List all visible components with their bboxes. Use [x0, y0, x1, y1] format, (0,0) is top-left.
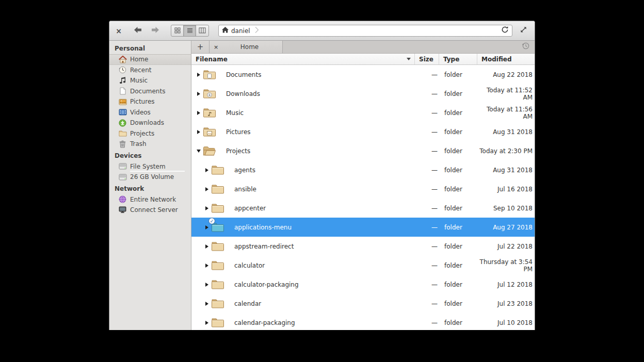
pathbar[interactable]: daniel	[218, 25, 512, 37]
tab-home[interactable]: × Home	[210, 41, 283, 53]
sidebar-item-home[interactable]: Home	[109, 54, 191, 65]
expander-icon[interactable]	[204, 264, 210, 268]
folder-icon	[203, 69, 216, 80]
table-row[interactable]: Downloads — folder Today at 11:52 AM	[191, 84, 535, 103]
expander-icon[interactable]	[204, 168, 210, 172]
table-row[interactable]: Projects — folder Today at 2:30 PM	[191, 141, 535, 160]
sidebar-item-videos[interactable]: Videos	[109, 107, 191, 118]
cell-filename: calendar-packaging	[191, 317, 415, 328]
expander-icon[interactable]	[204, 302, 210, 306]
cell-filename: Downloads	[191, 88, 415, 99]
new-tab-button[interactable]: +	[191, 41, 210, 53]
tab-label: Home	[221, 43, 278, 51]
expander-icon[interactable]	[204, 206, 210, 210]
list-header: Filename Size Type Modified	[191, 54, 535, 65]
expander-icon[interactable]	[204, 187, 210, 191]
column-header-filename[interactable]: Filename	[191, 54, 415, 64]
sidebar-item-downloads[interactable]: Downloads	[109, 118, 191, 128]
table-row[interactable]: calculator-packaging — folder Jul 12 201…	[191, 275, 535, 294]
recent-icon	[118, 66, 127, 74]
drive-icon	[118, 162, 127, 171]
cell-modified: Jul 23 2018	[477, 300, 535, 307]
cell-type: folder	[439, 243, 477, 250]
cell-size: —	[415, 243, 439, 250]
table-row[interactable]: calendar — folder Jul 23 2018	[191, 294, 535, 313]
fullscreen-button[interactable]	[517, 25, 530, 37]
sidebar-item-music[interactable]: Music	[109, 75, 191, 86]
expander-icon[interactable]	[204, 321, 210, 325]
sidebar-item-pictures[interactable]: Pictures	[109, 96, 191, 107]
history-icon[interactable]	[522, 42, 530, 52]
table-row[interactable]: calendar-packaging — folder Jul 10 2018	[191, 313, 535, 330]
folder-icon: ✓	[211, 222, 224, 233]
cell-type: folder	[439, 224, 477, 231]
view-switcher	[171, 25, 209, 37]
sidebar-item-file-system[interactable]: File System	[109, 161, 191, 172]
table-row[interactable]: Documents — folder Aug 22 2018	[191, 65, 535, 84]
cell-size: —	[415, 186, 439, 193]
column-header-size[interactable]: Size	[415, 54, 439, 64]
check-badge-icon: ✓	[208, 218, 215, 224]
tab-bar-filler	[283, 41, 535, 53]
column-label: Size	[419, 56, 433, 63]
sidebar-item-label: Connect Server	[130, 206, 178, 213]
table-row[interactable]: appcenter — folder Sep 10 2018	[191, 199, 535, 218]
file-name: Projects	[226, 147, 250, 155]
list-view-button[interactable]	[184, 25, 196, 36]
home-icon	[118, 55, 127, 63]
cell-modified: Aug 27 2018	[477, 224, 535, 231]
table-row[interactable]: Pictures — folder Aug 31 2018	[191, 122, 535, 141]
back-button[interactable]	[132, 25, 144, 37]
sidebar-section: Devices File System 26 GB Volume	[109, 150, 191, 183]
expander-icon[interactable]	[204, 225, 210, 229]
cell-size: —	[415, 147, 439, 155]
sidebar-item-projects[interactable]: Projects	[109, 128, 191, 139]
window-close-button[interactable]: ×	[114, 27, 123, 35]
expander-icon[interactable]	[196, 111, 202, 115]
column-header-type[interactable]: Type	[439, 54, 477, 64]
cell-filename: appstream-redirect	[191, 241, 415, 252]
sidebar-item-entire-network[interactable]: Entire Network	[109, 194, 191, 205]
files-window: ×	[109, 21, 535, 330]
table-row[interactable]: ✓ applications-menu — folder Aug 27 2018	[191, 218, 535, 237]
tab-close-icon[interactable]: ×	[214, 44, 221, 51]
expander-icon[interactable]	[204, 244, 210, 249]
table-row[interactable]: Music — folder Today at 11:56 AM	[191, 103, 535, 122]
sidebar-item-label: Trash	[130, 140, 147, 147]
folder-icon	[211, 298, 224, 309]
breadcrumb[interactable]: daniel	[222, 26, 259, 35]
file-name: agents	[234, 167, 255, 174]
sidebar-item-26-gb-volume[interactable]: 26 GB Volume	[109, 172, 191, 183]
cell-modified: Aug 31 2018	[477, 167, 535, 174]
column-header-modified[interactable]: Modified	[477, 54, 535, 64]
sidebar-section-items: Entire Network Connect Server	[109, 194, 191, 216]
table-row[interactable]: ansible — folder Jul 16 2018	[191, 179, 535, 199]
expander-icon[interactable]	[196, 73, 202, 77]
sidebar-item-recent[interactable]: Recent	[109, 65, 191, 76]
sidebar-item-connect-server[interactable]: Connect Server	[109, 205, 191, 216]
expander-icon[interactable]	[196, 130, 202, 134]
table-row[interactable]: appstream-redirect — folder Jul 22 2018	[191, 237, 535, 256]
expander-icon[interactable]	[196, 150, 202, 153]
trash-icon	[118, 140, 127, 148]
tab-bar: + × Home	[191, 41, 535, 54]
sidebar: Personal Home Recent Music Documents Pic…	[109, 41, 191, 330]
sidebar-item-label: Music	[130, 77, 148, 84]
breadcrumb-chevron-icon	[255, 26, 259, 35]
table-row[interactable]: calculator — folder Thursday at 3:54 PM	[191, 256, 535, 275]
sidebar-item-trash[interactable]: Trash	[109, 139, 191, 150]
home-icon	[222, 27, 229, 35]
expand-icon	[520, 26, 527, 36]
table-row[interactable]: agents — folder Aug 31 2018	[191, 160, 535, 179]
cell-type: folder	[439, 205, 477, 212]
grid-view-button[interactable]	[171, 25, 184, 36]
column-view-button[interactable]	[196, 25, 208, 36]
server-icon	[118, 206, 127, 214]
refresh-icon[interactable]	[501, 26, 509, 36]
expander-icon[interactable]	[204, 283, 210, 287]
expander-icon[interactable]	[196, 92, 202, 96]
sort-arrow-icon[interactable]	[407, 58, 411, 60]
sidebar-item-documents[interactable]: Documents	[109, 86, 191, 97]
forward-button[interactable]	[149, 25, 162, 37]
file-name: appcenter	[234, 205, 266, 212]
